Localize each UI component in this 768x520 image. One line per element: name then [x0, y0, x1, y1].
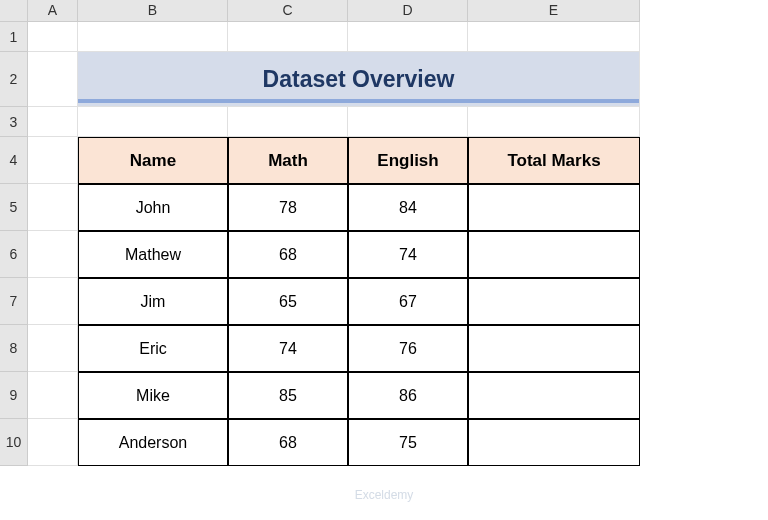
- cell-A8[interactable]: [28, 325, 78, 372]
- cell-A4[interactable]: [28, 137, 78, 184]
- row-header-8[interactable]: 8: [0, 325, 28, 372]
- col-header-D[interactable]: D: [348, 0, 468, 22]
- table-row: 5 John 78 84: [0, 184, 640, 231]
- cell-math[interactable]: 85: [228, 372, 348, 419]
- cell-total[interactable]: [468, 231, 640, 278]
- header-english[interactable]: English: [348, 137, 468, 184]
- cell-math[interactable]: 68: [228, 231, 348, 278]
- row-3: 3: [0, 107, 640, 137]
- cell-E3[interactable]: [468, 107, 640, 137]
- cell-english[interactable]: 86: [348, 372, 468, 419]
- row-header-2[interactable]: 2: [0, 52, 28, 107]
- cell-english[interactable]: 75: [348, 419, 468, 466]
- title-text: Dataset Overview: [263, 66, 455, 93]
- row-4: 4 Name Math English Total Marks: [0, 137, 640, 184]
- cell-name[interactable]: Jim: [78, 278, 228, 325]
- cell-A9[interactable]: [28, 372, 78, 419]
- cell-total[interactable]: [468, 325, 640, 372]
- cell-english[interactable]: 84: [348, 184, 468, 231]
- cell-E1[interactable]: [468, 22, 640, 52]
- column-headers-row: A B C D E: [0, 0, 640, 22]
- cell-B1[interactable]: [78, 22, 228, 52]
- cell-B3[interactable]: [78, 107, 228, 137]
- select-all-corner[interactable]: [0, 0, 28, 22]
- watermark: Exceldemy: [355, 488, 414, 502]
- row-2: 2 Dataset Overview: [0, 52, 640, 107]
- cell-D3[interactable]: [348, 107, 468, 137]
- cell-C3[interactable]: [228, 107, 348, 137]
- col-header-C[interactable]: C: [228, 0, 348, 22]
- cell-total[interactable]: [468, 278, 640, 325]
- cell-A5[interactable]: [28, 184, 78, 231]
- header-math[interactable]: Math: [228, 137, 348, 184]
- table-row: 7 Jim 65 67: [0, 278, 640, 325]
- row-header-7[interactable]: 7: [0, 278, 28, 325]
- cell-A6[interactable]: [28, 231, 78, 278]
- cell-math[interactable]: 78: [228, 184, 348, 231]
- title-underline: [78, 99, 639, 103]
- cell-name[interactable]: Eric: [78, 325, 228, 372]
- cell-name[interactable]: Mathew: [78, 231, 228, 278]
- cell-total[interactable]: [468, 372, 640, 419]
- cell-english[interactable]: 76: [348, 325, 468, 372]
- row-header-4[interactable]: 4: [0, 137, 28, 184]
- cell-total[interactable]: [468, 419, 640, 466]
- row-header-9[interactable]: 9: [0, 372, 28, 419]
- watermark-text: Exceldemy: [355, 488, 414, 502]
- cell-A7[interactable]: [28, 278, 78, 325]
- cell-total[interactable]: [468, 184, 640, 231]
- cell-english[interactable]: 67: [348, 278, 468, 325]
- header-total[interactable]: Total Marks: [468, 137, 640, 184]
- cell-math[interactable]: 68: [228, 419, 348, 466]
- row-1: 1: [0, 22, 640, 52]
- title-cell[interactable]: Dataset Overview: [78, 52, 640, 107]
- header-name[interactable]: Name: [78, 137, 228, 184]
- table-row: 10 Anderson 68 75: [0, 419, 640, 466]
- cell-english[interactable]: 74: [348, 231, 468, 278]
- row-header-5[interactable]: 5: [0, 184, 28, 231]
- table-row: 9 Mike 85 86: [0, 372, 640, 419]
- cell-A3[interactable]: [28, 107, 78, 137]
- cell-D1[interactable]: [348, 22, 468, 52]
- cell-name[interactable]: Anderson: [78, 419, 228, 466]
- cell-C1[interactable]: [228, 22, 348, 52]
- row-header-6[interactable]: 6: [0, 231, 28, 278]
- cell-name[interactable]: Mike: [78, 372, 228, 419]
- cell-A1[interactable]: [28, 22, 78, 52]
- row-header-1[interactable]: 1: [0, 22, 28, 52]
- row-header-10[interactable]: 10: [0, 419, 28, 466]
- col-header-A[interactable]: A: [28, 0, 78, 22]
- table-row: 8 Eric 74 76: [0, 325, 640, 372]
- cell-A10[interactable]: [28, 419, 78, 466]
- table-row: 6 Mathew 68 74: [0, 231, 640, 278]
- col-header-B[interactable]: B: [78, 0, 228, 22]
- cell-name[interactable]: John: [78, 184, 228, 231]
- row-header-3[interactable]: 3: [0, 107, 28, 137]
- spreadsheet-grid: A B C D E 1 2 Dataset Overview 3 4 Name …: [0, 0, 640, 466]
- cell-A2[interactable]: [28, 52, 78, 107]
- col-header-E[interactable]: E: [468, 0, 640, 22]
- cell-math[interactable]: 65: [228, 278, 348, 325]
- cell-math[interactable]: 74: [228, 325, 348, 372]
